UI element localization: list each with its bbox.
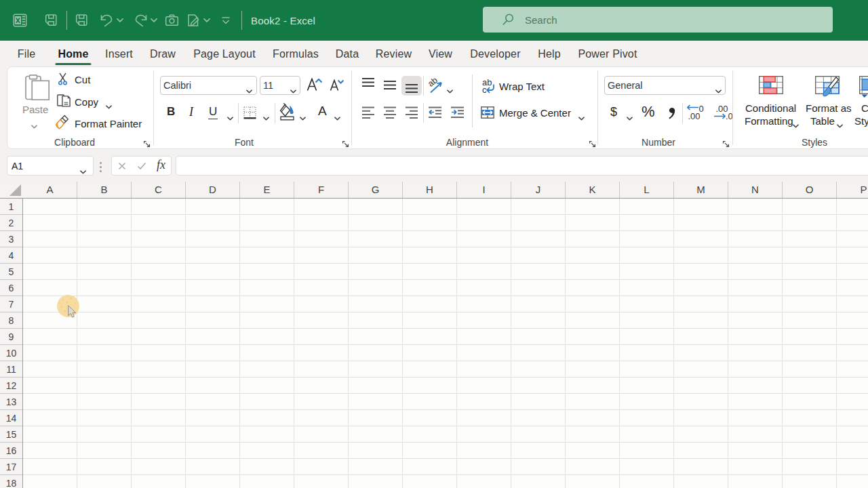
row-header-1[interactable]: 1 bbox=[0, 199, 22, 215]
redo-dropdown-icon[interactable] bbox=[151, 18, 157, 23]
column-header-F[interactable]: F bbox=[294, 182, 349, 198]
tab-help[interactable]: Help bbox=[538, 41, 561, 65]
tab-view[interactable]: View bbox=[429, 41, 452, 65]
column-header-I[interactable]: I bbox=[457, 182, 511, 198]
row-header-16[interactable]: 16 bbox=[0, 443, 22, 459]
column-header-O[interactable]: O bbox=[783, 182, 837, 198]
tab-file[interactable]: File bbox=[18, 41, 35, 65]
search-box[interactable]: Search bbox=[483, 7, 833, 33]
select-all-triangle-icon bbox=[9, 184, 21, 196]
column-header-N[interactable]: N bbox=[728, 182, 783, 198]
row-header-15[interactable]: 15 bbox=[0, 426, 22, 443]
title-bar: Book2 - Excel Search bbox=[0, 0, 868, 41]
tab-page-layout[interactable]: Page Layout bbox=[193, 41, 256, 65]
enter-icon[interactable] bbox=[137, 162, 146, 170]
tab-developer[interactable]: Developer bbox=[470, 41, 520, 65]
column-headers: ABCDEFGHIJKLMNOP bbox=[23, 182, 868, 198]
column-header-H[interactable]: H bbox=[403, 182, 457, 198]
row-header-2[interactable]: 2 bbox=[0, 215, 22, 231]
name-box-dropdown-icon[interactable] bbox=[80, 165, 86, 177]
select-all-button[interactable] bbox=[0, 182, 23, 198]
tab-home[interactable]: Home bbox=[58, 41, 88, 65]
ink-icon[interactable] bbox=[186, 14, 201, 28]
undo-dropdown-icon[interactable] bbox=[117, 18, 123, 23]
row-header-14[interactable]: 14 bbox=[0, 410, 22, 426]
cancel-icon[interactable] bbox=[118, 162, 126, 170]
column-header-C[interactable]: C bbox=[132, 182, 186, 198]
formula-bar-grip[interactable] bbox=[100, 162, 102, 173]
name-box-value: A1 bbox=[12, 161, 23, 171]
column-header-B[interactable]: B bbox=[77, 182, 132, 198]
tab-formulas[interactable]: Formulas bbox=[273, 41, 319, 65]
column-header-A[interactable]: A bbox=[23, 182, 77, 198]
qat-separator bbox=[241, 11, 242, 30]
ribbon-card bbox=[7, 66, 868, 149]
save-icon[interactable] bbox=[44, 14, 58, 28]
row-header-8[interactable]: 8 bbox=[0, 312, 22, 329]
tab-data[interactable]: Data bbox=[336, 41, 359, 65]
column-header-D[interactable]: D bbox=[186, 182, 240, 198]
undo-icon[interactable] bbox=[100, 13, 113, 28]
quick-access-toolbar bbox=[0, 0, 475, 41]
spreadsheet-grid: ABCDEFGHIJKLMNOP 12345678910111213141516… bbox=[0, 182, 868, 488]
row-header-7[interactable]: 7 bbox=[0, 296, 22, 312]
ribbon-tabs-bar: FileHomeInsertDrawPage LayoutFormulasDat… bbox=[0, 41, 868, 65]
ribbon bbox=[0, 65, 868, 149]
column-header-K[interactable]: K bbox=[566, 182, 620, 198]
redo-icon[interactable] bbox=[134, 13, 148, 28]
customize-qat-icon[interactable] bbox=[221, 16, 231, 24]
tab-insert[interactable]: Insert bbox=[105, 41, 133, 65]
column-header-M[interactable]: M bbox=[674, 182, 728, 198]
row-headers: 123456789101112131415161718 bbox=[0, 199, 22, 488]
row-header-5[interactable]: 5 bbox=[0, 264, 22, 280]
mouse-cursor-icon bbox=[68, 305, 77, 320]
formula-buttons: fx bbox=[111, 156, 172, 176]
tab-review[interactable]: Review bbox=[376, 41, 412, 65]
column-header-P[interactable]: P bbox=[837, 182, 868, 198]
column-header-J[interactable]: J bbox=[511, 182, 566, 198]
camera-icon[interactable] bbox=[165, 14, 179, 27]
excel-logo-icon[interactable] bbox=[13, 14, 27, 28]
row-header-11[interactable]: 11 bbox=[0, 361, 22, 378]
row-header-9[interactable]: 9 bbox=[0, 329, 22, 345]
row-header-4[interactable]: 4 bbox=[0, 247, 22, 264]
window-title: Book2 - Excel bbox=[251, 15, 315, 26]
column-header-E[interactable]: E bbox=[240, 182, 294, 198]
row-header-13[interactable]: 13 bbox=[0, 394, 22, 410]
search-placeholder: Search bbox=[525, 14, 557, 26]
tab-draw[interactable]: Draw bbox=[150, 41, 176, 65]
row-header-12[interactable]: 12 bbox=[0, 378, 22, 394]
column-header-G[interactable]: G bbox=[349, 182, 403, 198]
ink-dropdown-icon[interactable] bbox=[203, 18, 210, 23]
name-box[interactable]: A1 bbox=[7, 156, 94, 176]
formula-bar-row: A1 fx bbox=[0, 149, 868, 182]
formula-input[interactable] bbox=[176, 156, 868, 176]
column-header-L[interactable]: L bbox=[620, 182, 674, 198]
cells-area[interactable] bbox=[23, 199, 868, 488]
qat-separator bbox=[66, 11, 67, 30]
search-icon bbox=[502, 14, 514, 26]
insert-function-icon[interactable]: fx bbox=[157, 158, 165, 172]
row-header-17[interactable]: 17 bbox=[0, 459, 22, 475]
row-header-6[interactable]: 6 bbox=[0, 280, 22, 296]
row-header-3[interactable]: 3 bbox=[0, 231, 22, 247]
tab-power-pivot[interactable]: Power Pivot bbox=[578, 41, 637, 65]
save-icon[interactable] bbox=[75, 14, 89, 28]
row-header-18[interactable]: 18 bbox=[0, 475, 22, 488]
row-header-10[interactable]: 10 bbox=[0, 345, 22, 361]
